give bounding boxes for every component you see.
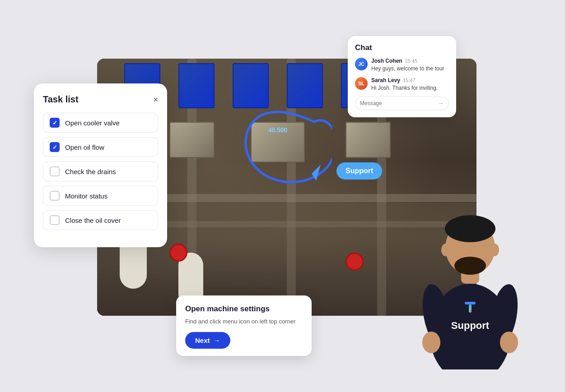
svg-text:Support: Support <box>451 320 490 331</box>
close-button[interactable]: × <box>153 96 158 104</box>
task-item-5[interactable]: Close the oil cover <box>43 210 158 230</box>
task-label-5: Close the oil cover <box>65 217 121 224</box>
instruction-panel: Open machine settings Find and click men… <box>176 295 312 356</box>
msg-text-josh: Hey guys, welcome to the tour <box>371 65 444 73</box>
task-checkbox-5[interactable] <box>50 215 60 225</box>
task-checkbox-4[interactable] <box>50 191 60 201</box>
chat-panel: Chat JC Josh Cohen 15:45 Hey guys, welco… <box>348 36 456 117</box>
svg-point-7 <box>490 244 499 256</box>
task-checkbox-2[interactable]: ✓ <box>50 142 60 152</box>
next-button[interactable]: Next → <box>185 332 230 349</box>
task-label-1: Open cooler valve <box>65 119 120 127</box>
support-bubble: Support <box>336 162 382 180</box>
task-list-title: Task list <box>43 94 79 105</box>
chat-message-2: SL Sarah Levy 15:47 Hi Josh. Thanks for … <box>355 77 449 92</box>
avatar-sarah: SL <box>355 77 368 90</box>
task-item-1[interactable]: ✓Open cooler valve <box>43 113 158 133</box>
chat-message-1: JC Josh Cohen 15:45 Hey guys, welcome to… <box>355 58 449 73</box>
equipment-box-4 <box>287 63 323 108</box>
msg-header-josh: Josh Cohen 15:45 <box>371 58 444 64</box>
msg-content-josh: Josh Cohen 15:45 Hey guys, welcome to th… <box>371 58 444 73</box>
msg-header-sarah: Sarah Levy 15:47 <box>371 77 438 83</box>
task-item-3[interactable]: Check the drains <box>43 161 158 181</box>
annotation-svg <box>242 108 332 189</box>
task-label-4: Monitor status <box>65 192 107 200</box>
msg-time-sarah: 15:47 <box>403 78 416 83</box>
equipment-box-3 <box>233 63 269 108</box>
task-list-panel: Task list × ✓Open cooler valve✓Open oil … <box>34 83 167 247</box>
svg-point-4 <box>445 215 495 242</box>
svg-point-14 <box>422 332 440 353</box>
support-bubble-label: Support <box>346 167 373 175</box>
next-button-label: Next <box>195 337 210 344</box>
msg-content-sarah: Sarah Levy 15:47 Hi Josh. Thanks for inv… <box>371 77 438 92</box>
msg-text-sarah: Hi Josh. Thanks for inviting. <box>371 84 438 92</box>
next-arrow-icon: → <box>214 337 220 344</box>
display-panel-2 <box>169 122 215 158</box>
task-list: ✓Open cooler valve✓Open oil flowCheck th… <box>43 113 158 230</box>
equipment-box-2 <box>178 63 215 108</box>
checkmark-icon: ✓ <box>52 144 57 151</box>
msg-time-josh: 15:45 <box>405 58 418 64</box>
instruction-description: Find and click menu icon on left top cor… <box>185 317 303 326</box>
task-item-2[interactable]: ✓Open oil flow <box>43 137 158 157</box>
svg-rect-11 <box>469 304 472 313</box>
task-label-3: Check the drains <box>65 168 116 175</box>
svg-point-5 <box>454 257 486 275</box>
character-svg: Support <box>411 162 529 369</box>
chat-input-row[interactable]: → <box>355 97 449 110</box>
red-valve-1 <box>169 244 187 262</box>
checkmark-icon: ✓ <box>52 120 57 126</box>
task-item-4[interactable]: Monitor status <box>43 186 158 206</box>
display-panel-3 <box>346 122 391 158</box>
task-checkbox-3[interactable] <box>50 166 60 176</box>
svg-rect-9 <box>465 302 476 304</box>
task-checkbox-1[interactable]: ✓ <box>50 118 60 128</box>
task-label-2: Open oil flow <box>65 143 104 151</box>
chat-title: Chat <box>355 43 449 52</box>
instruction-title: Open machine settings <box>185 304 303 314</box>
avatar-josh: JC <box>355 58 368 70</box>
sender-name-sarah: Sarah Levy <box>371 77 400 83</box>
sender-name-josh: Josh Cohen <box>371 58 402 64</box>
chat-send-button[interactable]: → <box>438 100 444 107</box>
circle-annotation <box>242 108 332 189</box>
svg-point-15 <box>500 332 518 353</box>
task-list-header: Task list × <box>43 94 158 105</box>
red-valve-2 <box>346 253 364 271</box>
support-character: Support <box>411 162 538 378</box>
svg-point-6 <box>441 244 450 256</box>
chat-input[interactable] <box>360 100 438 106</box>
